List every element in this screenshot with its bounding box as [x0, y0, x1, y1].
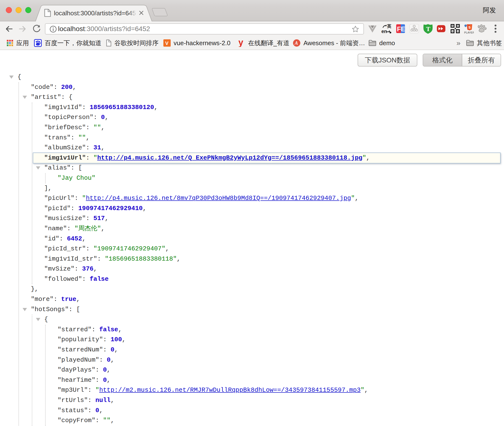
json-value-num: 517: [93, 215, 105, 222]
json-row: {: [17, 72, 501, 82]
json-open-bracket: [: [78, 164, 82, 171]
json-entry: "picId_str": "19097417462929407",: [44, 244, 501, 254]
bookmark-label: vue-hackernews-2.0: [174, 39, 230, 47]
bookmarks-overflow-chevron[interactable]: »: [456, 36, 461, 50]
json-row: "more": true,: [31, 294, 501, 305]
fast-forward-extension-icon[interactable]: [437, 25, 445, 32]
json-row: "img1v1Id": 18569651883380120,: [44, 102, 501, 113]
json-value-bool: false: [90, 275, 109, 283]
json-row: "topicPerson": 0,: [44, 112, 501, 123]
vue-devtools-extension-icon[interactable]: [368, 24, 377, 34]
back-button[interactable]: [5, 25, 13, 33]
json-value-num: 200: [61, 84, 73, 91]
json-value-link[interactable]: http://m2.music.126.net/RMJR7wDullRqppBk…: [99, 386, 361, 394]
paw-extension-icon[interactable]: [477, 24, 487, 34]
svg-text:E: E: [401, 26, 405, 33]
sitemap-extension-icon[interactable]: [409, 24, 419, 34]
browser-menu-icon[interactable]: [492, 24, 499, 33]
json-key: "picId": [44, 205, 71, 212]
json-row: "mvSize": 376,: [44, 264, 501, 274]
json-comma: ,: [364, 386, 368, 394]
json-row: "starredNum": 0,: [58, 345, 501, 355]
json-colon: :: [92, 326, 99, 333]
collapse-triangle-icon[interactable]: [23, 308, 27, 311]
tampermonkey-shield-extension-icon[interactable]: T: [423, 24, 433, 34]
json-entry: "topicPerson": 0,: [44, 112, 501, 123]
svg-text:5: 5: [469, 25, 470, 29]
json-entry: "hearTime": 0,: [58, 375, 501, 385]
new-tab-button[interactable]: [151, 7, 170, 17]
traffic-light-close-button[interactable]: [6, 7, 12, 13]
json-comma: ,: [114, 346, 118, 353]
collapse-triangle-icon[interactable]: [36, 318, 40, 321]
json-key: "topicPerson": [44, 114, 93, 121]
bookmark-item-awesomes[interactable]: A Awesomes - 前端资…: [293, 36, 365, 50]
qrcode-extension-icon[interactable]: [450, 24, 460, 34]
address-bar[interactable]: localhost:3000/artists?id=6452: [45, 23, 364, 34]
awesomes-icon: A: [293, 39, 301, 47]
collapse-triangle-icon[interactable]: [9, 76, 14, 79]
bookmark-label: Awesomes - 前端资…: [303, 39, 365, 47]
json-value-num: 18569651883380120: [90, 104, 154, 111]
bookmark-label: demo: [379, 39, 395, 47]
json-colon: :: [95, 417, 103, 424]
json-key: "img1v1Id": [44, 104, 82, 111]
json-entry: {"starred": false,"popularity": 100,"sta…: [44, 315, 501, 426]
json-colon: :: [86, 215, 93, 222]
html5-player-extension-icon[interactable]: 5 PLAYER: [463, 23, 474, 34]
json-entry: "trans": "",: [44, 133, 501, 143]
translate-extension-icon[interactable]: 英 en: [381, 24, 392, 34]
json-key: "popularity": [58, 336, 103, 343]
json-comma: ,: [122, 336, 126, 343]
json-value-num: 0: [95, 407, 99, 414]
json-entry: "img1v1Id_str": "18569651883380118",: [44, 254, 501, 264]
bookmarks-bar: 应用 百度一下，你就知道 谷歌按时间排序 V vue-hackernews-2.…: [0, 36, 504, 50]
youdao-icon: y: [238, 39, 245, 47]
json-value-link[interactable]: http://p4.music.126.net/8mv7qP30Pd3oHW8b…: [86, 195, 351, 202]
bookmark-item-demo-folder[interactable]: demo: [369, 36, 395, 50]
fehelper-extension-icon[interactable]: F E: [396, 24, 405, 34]
format-button[interactable]: 格式化: [423, 54, 462, 66]
json-row: "hearTime": 0,: [58, 375, 501, 385]
collapse-triangle-icon[interactable]: [36, 166, 40, 170]
json-key: "rtUrls": [58, 397, 88, 404]
page-info-icon[interactable]: [50, 26, 57, 33]
tab-close-icon[interactable]: [138, 9, 145, 16]
reload-button[interactable]: [32, 25, 41, 33]
json-quote: ": [361, 386, 364, 394]
collapse-triangle-icon[interactable]: [23, 96, 27, 99]
json-comma: ,: [82, 235, 86, 242]
other-bookmarks-folder[interactable]: 其他书签: [466, 36, 502, 50]
json-entry: "starredNum": 0,: [58, 345, 501, 355]
bookmark-item-google-sort[interactable]: 谷歌按时间排序: [106, 36, 159, 50]
traffic-light-minimize-button[interactable]: [16, 7, 22, 13]
json-entry: "starred": false,: [58, 325, 501, 335]
json-key: "picUrl": [44, 195, 75, 202]
url-text[interactable]: localhost:3000/artists?id=6452: [58, 24, 150, 34]
collapse-all-button[interactable]: 折叠所有: [462, 54, 501, 66]
json-children: "starred": false,"popularity": 100,"star…: [45, 325, 501, 426]
profile-name[interactable]: 阿发: [483, 6, 496, 15]
json-row: "rtUrls": null,: [58, 395, 501, 406]
bookmark-item-vue-hackernews[interactable]: V vue-hackernews-2.0: [163, 36, 230, 50]
bookmark-item-youdao-translate[interactable]: y 在线翻译_有道: [238, 36, 289, 50]
json-comma: ,: [143, 205, 147, 212]
apps-shortcut[interactable]: 应用: [7, 36, 29, 50]
tab-favicon-page-icon: [44, 9, 51, 18]
json-entry: "img1v1Id": 18569651883380120,: [44, 102, 501, 113]
svg-text:T: T: [426, 26, 430, 33]
forward-button[interactable]: [18, 25, 27, 33]
traffic-light-zoom-button[interactable]: [25, 7, 31, 13]
browser-tab[interactable]: localhost:3000/artists?id=645: [34, 4, 155, 21]
bookmark-star-icon[interactable]: [352, 26, 359, 33]
json-value-link[interactable]: http://p4.music.126.net/Q_ExePNkmgB2yWyL…: [97, 154, 362, 162]
json-key: "musicSize": [44, 215, 86, 222]
json-comma: ,: [86, 134, 90, 141]
json-row: "mp3Url": "http://m2.music.126.net/RMJR7…: [58, 385, 501, 395]
json-key: "playedNum": [58, 356, 99, 364]
json-key: "picId_str": [44, 245, 86, 252]
json-entry: "Jay Chou": [58, 173, 501, 183]
download-json-button[interactable]: 下载JSON数据: [358, 54, 417, 67]
json-value-string: "周杰伦": [75, 225, 101, 232]
bookmark-item-baidu[interactable]: 百度一下，你就知道: [34, 36, 101, 50]
